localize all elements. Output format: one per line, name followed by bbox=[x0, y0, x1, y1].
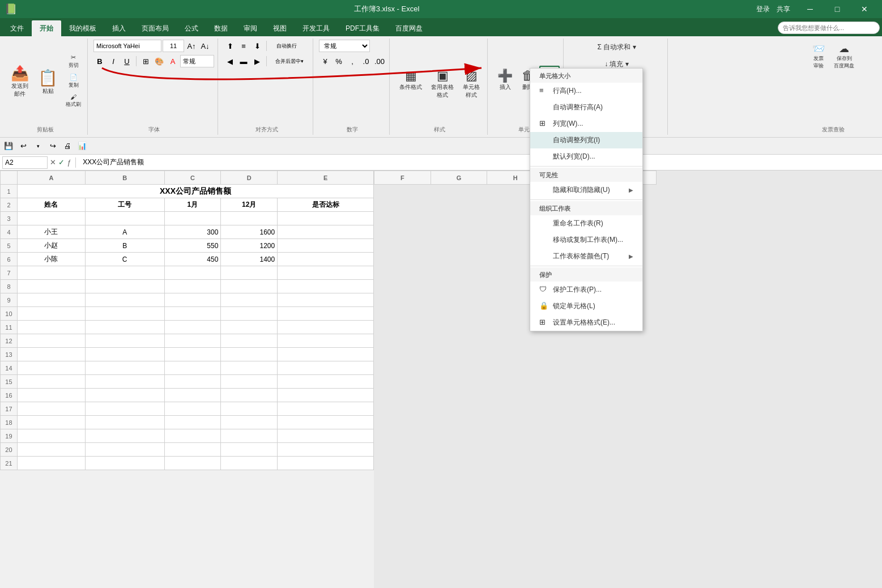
copy-btn[interactable]: 📄复制 bbox=[63, 72, 84, 91]
minimize-btn[interactable]: ─ bbox=[797, 0, 823, 18]
cell-e4[interactable] bbox=[278, 225, 374, 239]
cell-a4[interactable]: 小王 bbox=[17, 225, 85, 239]
decimal-dec-btn[interactable]: .00 bbox=[373, 55, 386, 67]
cell-a2[interactable]: 姓名 bbox=[17, 198, 85, 212]
cell-e5[interactable] bbox=[278, 239, 374, 253]
italic-btn[interactable]: I bbox=[107, 55, 120, 67]
font-increase-btn[interactable]: A↑ bbox=[185, 40, 198, 52]
cell-a5[interactable]: 小赵 bbox=[17, 239, 85, 253]
insert-cell-btn[interactable]: ➕ 插入 bbox=[493, 66, 517, 99]
col-f[interactable]: F bbox=[374, 171, 431, 185]
cell-a3[interactable] bbox=[17, 212, 85, 225]
decimal-inc-btn[interactable]: .0 bbox=[360, 55, 372, 67]
formula-confirm-btn[interactable]: ✓ bbox=[58, 158, 65, 167]
col-header-C[interactable]: C bbox=[164, 171, 221, 185]
align-center-btn[interactable]: ▬ bbox=[237, 55, 250, 67]
col-header-D[interactable]: D bbox=[221, 171, 278, 185]
cell-a6[interactable]: 小陈 bbox=[17, 253, 85, 266]
cut-btn[interactable]: ✂剪切 bbox=[63, 52, 84, 71]
font-color-btn[interactable]: A bbox=[167, 55, 179, 67]
menu-item-default-col-width[interactable]: 默认列宽(D)... bbox=[530, 148, 642, 165]
row-header-5[interactable]: 5 bbox=[1, 239, 18, 253]
cell-e6[interactable] bbox=[278, 253, 374, 266]
number-type-select[interactable]: 常规 数字 货币 日期 bbox=[319, 40, 370, 52]
align-bot-btn[interactable]: ⬇ bbox=[251, 40, 263, 52]
cell-d5[interactable]: 1200 bbox=[221, 239, 278, 253]
save-baidu-btn[interactable]: ☁ 保存到百度网盘 bbox=[830, 40, 858, 73]
cell-d3[interactable] bbox=[221, 212, 278, 225]
menu-item-format-cells[interactable]: ⊞设置单元格格式(E)... bbox=[530, 314, 642, 331]
cell-c6[interactable]: 450 bbox=[164, 253, 221, 266]
align-left-btn[interactable]: ◀ bbox=[224, 55, 236, 67]
menu-item-col-width[interactable]: ⊞列宽(W)... bbox=[530, 116, 642, 132]
percent-btn[interactable]: % bbox=[333, 55, 345, 67]
cell-e3[interactable] bbox=[278, 212, 374, 225]
menu-item-autofit-col[interactable]: 自动调整列宽(I) bbox=[530, 132, 642, 148]
cell-d6[interactable]: 1400 bbox=[221, 253, 278, 266]
row-header-4[interactable]: 4 bbox=[1, 225, 18, 239]
cell-c2[interactable]: 1月 bbox=[164, 198, 221, 212]
autosum-btn[interactable]: Σ 自动求和 ▾ bbox=[594, 40, 640, 54]
tab-data[interactable]: 数据 bbox=[206, 20, 236, 36]
table-format-btn[interactable]: ▣ 套用表格格式 bbox=[427, 66, 458, 99]
currency-btn[interactable]: ¥ bbox=[319, 55, 331, 67]
quick-extra-btn[interactable]: 📊 bbox=[76, 140, 88, 152]
cell-b4[interactable]: A bbox=[85, 225, 164, 239]
corner-header[interactable] bbox=[1, 171, 18, 185]
bold-btn[interactable]: B bbox=[93, 55, 106, 67]
fill-color-btn[interactable]: 🎨 bbox=[153, 55, 165, 67]
col-g[interactable]: G bbox=[431, 171, 487, 185]
align-mid-btn[interactable]: ≡ bbox=[237, 40, 250, 52]
tab-baidu[interactable]: 百度网盘 bbox=[387, 20, 431, 36]
col-header-A[interactable]: A bbox=[17, 171, 85, 185]
menu-item-hide-show[interactable]: 隐藏和取消隐藏(U) ▶ bbox=[530, 182, 642, 198]
cell-a1[interactable]: XXX公司产品销售额 bbox=[17, 185, 373, 198]
conditional-format-btn[interactable]: ▦ 条件格式 bbox=[395, 66, 426, 99]
menu-item-lock-cell[interactable]: 🔒锁定单元格(L) bbox=[530, 298, 642, 314]
tab-layout[interactable]: 页面布局 bbox=[134, 20, 177, 36]
menu-item-protect-sheet[interactable]: 🛡保护工作表(P)... bbox=[530, 282, 642, 298]
font-size-input[interactable] bbox=[163, 40, 184, 52]
cell-c5[interactable]: 550 bbox=[164, 239, 221, 253]
paste-btn[interactable]: 📋 粘贴 bbox=[34, 66, 62, 99]
undo-dropdown-btn[interactable]: ▾ bbox=[32, 140, 44, 152]
send-review-btn[interactable]: 📨 发票审验 bbox=[808, 40, 829, 73]
undo-btn[interactable]: ↩ bbox=[17, 140, 29, 152]
col-header-B[interactable]: B bbox=[85, 171, 164, 185]
tab-review[interactable]: 审阅 bbox=[236, 20, 265, 36]
tab-insert[interactable]: 插入 bbox=[104, 20, 134, 36]
cell-b2[interactable]: 工号 bbox=[85, 198, 164, 212]
close-btn[interactable]: ✕ bbox=[851, 0, 877, 18]
border-btn[interactable]: ⊞ bbox=[139, 55, 152, 67]
maximize-btn[interactable]: □ bbox=[824, 0, 850, 18]
cell-e2[interactable]: 是否达标 bbox=[278, 198, 374, 212]
menu-item-tab-color[interactable]: 工作表标签颜色(T) ▶ bbox=[530, 248, 642, 265]
row-header-3[interactable]: 3 bbox=[1, 212, 18, 225]
cell-d2[interactable]: 12月 bbox=[221, 198, 278, 212]
cell-style-btn[interactable]: ▨ 单元格样式 bbox=[459, 66, 484, 99]
formula-input[interactable]: XXX公司产品销售额 bbox=[80, 157, 880, 168]
number-format-input[interactable] bbox=[180, 55, 214, 67]
save-quick-btn[interactable]: 💾 bbox=[2, 140, 15, 152]
formula-cancel-btn[interactable]: ✕ bbox=[50, 158, 56, 167]
font-name-input[interactable] bbox=[93, 40, 161, 52]
row-header-1[interactable]: 1 bbox=[1, 185, 18, 198]
send-to-mail-btn[interactable]: 📤 发送到邮件 bbox=[7, 62, 33, 101]
share-btn[interactable]: 共享 bbox=[777, 5, 790, 14]
row-header-2[interactable]: 2 bbox=[1, 198, 18, 212]
wrap-text-btn[interactable]: 自动换行 bbox=[270, 40, 304, 52]
tab-dev[interactable]: 开发工具 bbox=[295, 20, 338, 36]
cell-c3[interactable] bbox=[164, 212, 221, 225]
align-right-btn[interactable]: ▶ bbox=[251, 55, 263, 67]
underline-btn[interactable]: U bbox=[121, 55, 133, 67]
cell-b3[interactable] bbox=[85, 212, 164, 225]
cell-d4[interactable]: 1600 bbox=[221, 225, 278, 239]
comma-btn[interactable]: , bbox=[346, 55, 359, 67]
menu-item-row-height[interactable]: ≡行高(H)... bbox=[530, 83, 642, 99]
col-header-E[interactable]: E bbox=[278, 171, 374, 185]
menu-item-autofit-row[interactable]: 自动调整行高(A) bbox=[530, 99, 642, 116]
cell-b6[interactable]: C bbox=[85, 253, 164, 266]
cell-c4[interactable]: 300 bbox=[164, 225, 221, 239]
menu-item-move-copy-sheet[interactable]: 移动或复制工作表(M)... bbox=[530, 232, 642, 248]
align-top-btn[interactable]: ⬆ bbox=[224, 40, 236, 52]
